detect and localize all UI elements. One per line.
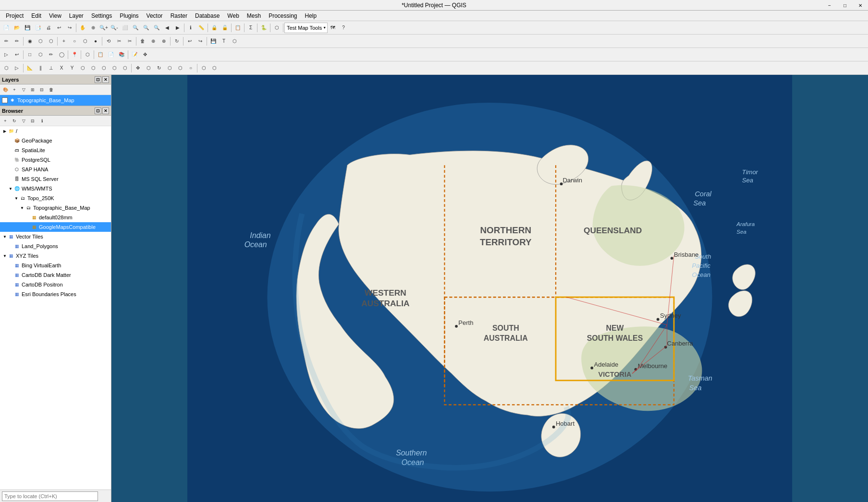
print-btn[interactable]: 🖨 [43, 23, 54, 33]
digitize-btn[interactable]: ✏ [1, 36, 12, 47]
browser-tree[interactable]: ▶📁/📦GeoPackage🗃SpatiaLite🐘PostgreSQL⬡SAP… [0, 126, 111, 490]
tree-item-cartodb_positron[interactable]: ▦CartoDB Positron [0, 280, 111, 289]
vertex-tool-btn[interactable]: ⬡ [46, 36, 56, 47]
layers-close-btn[interactable]: ✕ [102, 76, 109, 83]
georeferencer-btn[interactable]: ⬡ [271, 23, 282, 33]
lock-extent-btn[interactable]: ⬡ [77, 63, 88, 73]
stat-summary-btn[interactable]: Σ [245, 23, 256, 33]
add-part-btn[interactable]: ⬡ [80, 36, 90, 47]
advanced-digitize-btn[interactable]: ⬡ [1, 63, 12, 73]
browser-refresh-btn[interactable]: ↻ [10, 117, 19, 125]
tree-item-saphana[interactable]: ⬡SAP HANA [0, 165, 111, 174]
python-console-btn[interactable]: 🐍 [258, 23, 269, 33]
open-project-btn[interactable]: 📂 [12, 23, 22, 33]
annotation-btn[interactable]: 📝 [129, 49, 140, 60]
browser-collapse-btn[interactable]: ⊟ [28, 117, 37, 125]
rotate-point-symbols-btn[interactable]: ↻ [171, 36, 182, 47]
delete-selected-btn[interactable]: 🗑 [137, 36, 148, 47]
tree-item-land_polygons[interactable]: ▦Land_Polygons [0, 241, 111, 251]
select-by-freehand-btn[interactable]: ✏ [46, 49, 56, 60]
atlas-btn[interactable]: 📚 [116, 49, 127, 60]
browser-add-selected-btn[interactable]: + [1, 117, 10, 125]
browser-properties-btn[interactable]: ℹ [37, 117, 46, 125]
tree-item-cartodb_dark[interactable]: ▦CartoDB Dark Matter [0, 270, 111, 280]
edit-layer-btn[interactable]: ✏ [12, 36, 22, 47]
reshape-btn[interactable]: ⟲ [103, 36, 114, 47]
snap-cad-btn[interactable]: ⬡ [120, 63, 130, 73]
diagram-tool-btn[interactable]: ⬡ [229, 36, 240, 47]
zoom-to-selection-btn[interactable]: 🔍 [130, 23, 141, 33]
split-parts-btn[interactable]: ✂ [124, 36, 135, 47]
tree-item-vector_tiles[interactable]: ▼▦Vector Tiles [0, 232, 111, 241]
move-annotation-btn[interactable]: ✥ [140, 49, 150, 60]
select-by-location-btn[interactable]: 📍 [69, 49, 80, 60]
label-tool-btn[interactable]: T [219, 36, 229, 47]
move-feature-btn[interactable]: ✥ [133, 63, 143, 73]
close-button[interactable]: ✕ [853, 0, 868, 11]
tree-item-wmswmts[interactable]: ▼🌐WMS/WMTS [0, 184, 111, 193]
zoom-to-layer-btn[interactable]: 🔍 [141, 23, 151, 33]
new-project-btn[interactable]: 📄 [1, 23, 12, 33]
snap-btn[interactable]: ◉ [24, 36, 35, 47]
menu-item-vector[interactable]: Vector [143, 12, 167, 20]
menu-item-mesh[interactable]: Mesh [243, 12, 265, 20]
fill-ring-btn[interactable]: ● [90, 36, 101, 47]
trim-btn[interactable]: ⬡ [209, 63, 220, 73]
search-input[interactable] [2, 491, 98, 501]
remove-layer-btn[interactable]: 🗑 [47, 85, 55, 94]
merge-attr-btn[interactable]: ⊕ [159, 36, 169, 47]
lock-btn[interactable]: 🔒 [209, 23, 220, 33]
zoom-last-btn[interactable]: ◀ [162, 23, 172, 33]
maximize-button[interactable]: □ [837, 0, 853, 11]
tree-item-googlemapscompat[interactable]: ▦GoogleMapsCompatible [0, 222, 111, 232]
menu-item-settings[interactable]: Settings [87, 12, 116, 20]
add-ring-btn[interactable]: ○ [69, 36, 80, 47]
layers-float-btn[interactable]: ⊡ [95, 76, 101, 83]
simplify-btn[interactable]: ⬡ [175, 63, 185, 73]
tree-item-root[interactable]: ▶📁/ [0, 126, 111, 136]
perpendicular-btn[interactable]: ⊥ [46, 63, 56, 73]
tree-item-postgresql[interactable]: 🐘PostgreSQL [0, 155, 111, 165]
tree-item-xyz_tiles[interactable]: ▼▦XYZ Tiles [0, 251, 111, 261]
rotate-feature-btn[interactable]: ↻ [154, 63, 164, 73]
parallel-btn[interactable]: ∥ [35, 63, 46, 73]
tree-item-default028mm[interactable]: ▦default028mm [0, 213, 111, 222]
layer-item-topographic[interactable]: ✓ ✱ Topographic_Base_Map [0, 95, 111, 106]
menu-item-raster[interactable]: Raster [167, 12, 191, 20]
attribute-table-btn[interactable]: 📋 [232, 23, 243, 33]
new-map-view-btn[interactable]: 🗺 [328, 23, 338, 33]
lock-x-btn[interactable]: X [56, 63, 67, 73]
report-btn[interactable]: 📄 [106, 49, 116, 60]
open-layout-btn[interactable]: 📋 [95, 49, 106, 60]
zoom-rubber-band-btn[interactable]: ⬜ [120, 23, 130, 33]
redo-edit-btn[interactable]: ↪ [195, 36, 206, 47]
select-btn[interactable]: ▷ [1, 49, 12, 60]
lock-bearing-btn[interactable]: ⬡ [109, 63, 120, 73]
array-btn[interactable]: ⬡ [198, 63, 209, 73]
map-area[interactable]: Indian Ocean Coral Sea Tasman Sea Southe… [111, 75, 868, 502]
help-btn[interactable]: ? [338, 23, 349, 33]
redo-btn[interactable]: ↪ [64, 23, 75, 33]
expand-all-btn[interactable]: ⊞ [28, 85, 37, 94]
stream-digitize-btn[interactable]: ▷ [12, 63, 22, 73]
test-map-tools-dropdown[interactable]: Test Map Tools ▼ [284, 23, 328, 33]
zoom-next-btn[interactable]: ▶ [172, 23, 183, 33]
menu-item-help[interactable]: Help [301, 12, 321, 20]
deselect-btn[interactable]: ↩ [12, 49, 22, 60]
tree-item-geopackage[interactable]: 📦GeoPackage [0, 136, 111, 145]
undo-edit-btn[interactable]: ↩ [184, 36, 195, 47]
pan-to-selection-btn[interactable]: ⊕ [88, 23, 98, 33]
form-select-btn[interactable]: ⬡ [82, 49, 93, 60]
tree-item-spatialite[interactable]: 🗃SpatiaLite [0, 145, 111, 155]
zoom-to-native-btn[interactable]: 🔍 [151, 23, 162, 33]
node-tool-btn[interactable]: ⬡ [35, 36, 46, 47]
measure-btn[interactable]: 📏 [196, 23, 207, 33]
select-by-radius-btn[interactable]: ◯ [56, 49, 67, 60]
lock-angle-btn[interactable]: ⬡ [98, 63, 109, 73]
menu-item-database[interactable]: Database [191, 12, 223, 20]
tree-item-topographic_base_map[interactable]: ▼🗂Topographic_Base_Map [0, 203, 111, 213]
menu-item-layer[interactable]: Layer [65, 12, 87, 20]
menu-item-project[interactable]: Project [2, 12, 27, 20]
pan-map-btn[interactable]: ✋ [77, 23, 88, 33]
browser-filter-btn[interactable]: ▽ [19, 117, 28, 125]
